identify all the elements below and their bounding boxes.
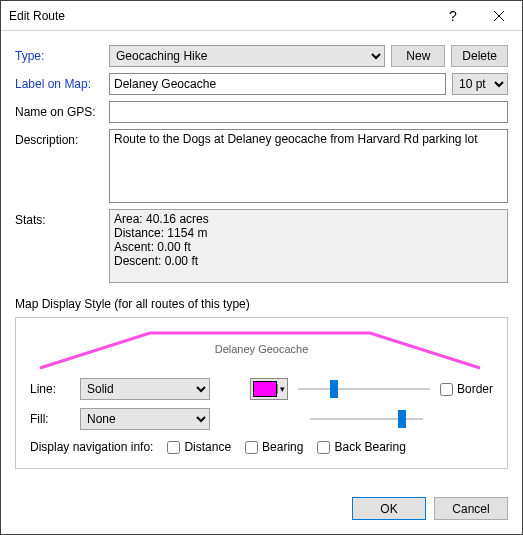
style-group-label: Map Display Style (for all routes of thi… (15, 297, 508, 311)
distance-checkbox[interactable]: Distance (167, 440, 231, 454)
style-group: Delaney Geocache Line: Solid ▾ Border Fi… (15, 317, 508, 469)
nav-info-label: Display navigation info: (30, 440, 153, 454)
line-style-select[interactable]: Solid (80, 378, 210, 400)
type-label: Type: (15, 45, 103, 67)
ok-button[interactable]: OK (352, 497, 426, 520)
style-preview: Delaney Geocache (30, 328, 493, 370)
label-on-map-label: Label on Map: (15, 73, 103, 95)
stats-box: Area: 40.16 acres Distance: 1154 m Ascen… (109, 209, 508, 283)
line-label: Line: (30, 382, 70, 396)
line-width-slider[interactable] (298, 378, 430, 400)
bearing-checkbox[interactable]: Bearing (245, 440, 303, 454)
font-size-select[interactable]: 10 pt (452, 73, 508, 95)
description-label: Description: (15, 129, 103, 151)
fill-style-select[interactable]: None (80, 408, 210, 430)
dropdown-arrow-icon: ▾ (277, 384, 287, 394)
window-title: Edit Route (9, 9, 430, 23)
fill-label: Fill: (30, 412, 70, 426)
stats-label: Stats: (15, 209, 103, 231)
fill-opacity-slider[interactable] (310, 408, 423, 430)
titlebar: Edit Route ? (1, 1, 522, 31)
back-bearing-checkbox[interactable]: Back Bearing (317, 440, 405, 454)
color-swatch (253, 381, 277, 397)
label-on-map-input[interactable] (109, 73, 446, 95)
description-textarea[interactable]: Route to the Dogs at Delaney geocache fr… (109, 129, 508, 203)
border-checkbox[interactable]: Border (440, 382, 493, 396)
close-icon[interactable] (476, 1, 522, 31)
help-icon[interactable]: ? (430, 1, 476, 31)
delete-button[interactable]: Delete (451, 45, 508, 67)
name-on-gps-label: Name on GPS: (15, 101, 103, 123)
cancel-button[interactable]: Cancel (434, 497, 508, 520)
new-button[interactable]: New (391, 45, 445, 67)
line-color-button[interactable]: ▾ (250, 378, 288, 400)
type-select[interactable]: Geocaching Hike (109, 45, 385, 67)
name-on-gps-input[interactable] (109, 101, 508, 123)
